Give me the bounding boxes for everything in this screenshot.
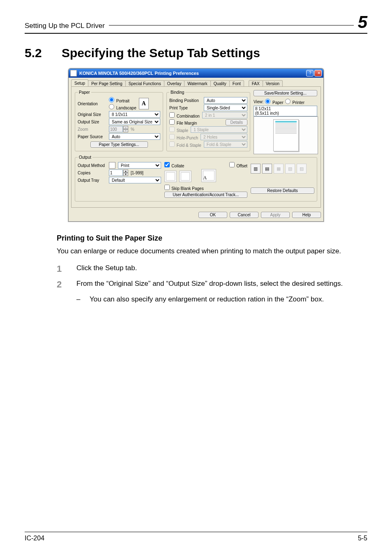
file-margin-checkbox[interactable] (169, 119, 175, 125)
tab-font[interactable]: Font (229, 80, 244, 87)
tab-version[interactable]: Version (263, 80, 283, 87)
dialog-titlebar[interactable]: KONICA MINOLTA 500/420/360PCL Printing P… (69, 69, 323, 78)
paper-type-settings-button[interactable]: Paper Type Settings... (90, 141, 148, 148)
subheading: Printing to Suit the Paper Size (57, 234, 363, 243)
skip-blank-pages-checkbox[interactable] (164, 185, 170, 190)
tab-watermark[interactable]: Watermark (184, 80, 211, 87)
user-authentication-button[interactable]: User Authentication/Account Track... (164, 192, 248, 198)
titlebar-close-button[interactable]: ✕ (314, 70, 322, 76)
feature-icon-3: ▦ (274, 164, 284, 174)
preview-size-a: 8 1/2x11 (255, 107, 316, 111)
step-2-substep-text: You can also specify any enlargement or … (90, 295, 324, 304)
binding-position-select[interactable]: Auto (204, 97, 247, 104)
view-paper-option[interactable]: Paper (265, 99, 283, 105)
output-size-select[interactable]: Same as Original Size (109, 118, 160, 125)
view-paper-radio[interactable] (265, 99, 270, 104)
combination-check[interactable]: Combination (169, 112, 200, 118)
staple-label: Staple (177, 128, 188, 133)
orientation-portrait[interactable]: Portrait (109, 97, 136, 103)
paper-source-label: Paper Source (78, 134, 106, 139)
copies-range: [1-999] (131, 171, 143, 175)
print-type-select[interactable]: Single-Sided (204, 104, 247, 111)
view-paper-text: Paper (272, 100, 284, 105)
save-restore-setting-button[interactable]: Save/Restore Setting... (254, 90, 317, 96)
collate-check[interactable]: Collate (164, 162, 184, 168)
feature-icon-5: ▨ (297, 164, 307, 174)
step-2-number: 2 (57, 279, 66, 290)
view-label: View: (254, 100, 263, 104)
tab-per-page-setting[interactable]: Per Page Setting (88, 80, 126, 87)
file-margin-check[interactable]: File Margin (169, 119, 197, 125)
header-bottom-rule (25, 33, 367, 34)
feature-icon-shelf: ▥ ▤ ▦ ▧ ▨ (251, 164, 314, 174)
offset-icon: A (201, 169, 216, 182)
header-rule (109, 25, 354, 25)
step-2-substep: – You can also specify any enlargement o… (76, 295, 363, 304)
tab-overlay[interactable]: Overlay (164, 80, 184, 87)
view-printer-radio[interactable] (285, 99, 291, 104)
preview-size-readout: 8 1/2x11 (8.5x11 inch) (254, 106, 317, 116)
preview-size-b: (8.5x11 inch) (255, 111, 316, 116)
staple-select: 1 Staple (191, 126, 247, 133)
restore-defaults-button[interactable]: Restore Defaults (251, 188, 314, 194)
combination-checkbox[interactable] (169, 112, 175, 118)
collate-label: Collate (171, 164, 184, 168)
collate-icon-2 (179, 171, 191, 182)
help-button[interactable]: Help (292, 212, 321, 218)
fold-staple-select: Fold & Staple (204, 141, 247, 148)
copies-input[interactable] (109, 169, 123, 176)
orientation-label: Orientation (78, 102, 106, 106)
copies-spin-down[interactable]: ▼ (123, 173, 128, 176)
footer-left: IC-204 (25, 535, 44, 542)
feature-icon-1: ▥ (251, 164, 261, 174)
ok-button[interactable]: OK (198, 212, 227, 218)
group-paper-legend: Paper (78, 90, 91, 95)
file-margin-label: File Margin (177, 121, 197, 125)
page-footer: IC-204 5-5 (25, 532, 367, 542)
skip-blank-pages-check[interactable]: Skip Blank Pages (164, 185, 204, 191)
combination-label: Combination (177, 114, 200, 118)
original-size-select[interactable]: 8 1/2x11 (109, 111, 160, 118)
collate-checkbox[interactable] (164, 162, 170, 167)
orientation-landscape[interactable]: Landscape (109, 104, 136, 110)
step-2-text: From the “Original Size” and “Output Siz… (76, 279, 343, 290)
tab-panel-setup: Paper Orientation Portrait (71, 86, 321, 208)
tab-setup[interactable]: Setup (71, 79, 88, 86)
output-tray-select[interactable]: Default (109, 177, 161, 183)
orientation-landscape-radio[interactable] (109, 104, 114, 109)
paper-source-select[interactable]: Auto (109, 133, 160, 140)
orientation-preview-icon: A (139, 98, 149, 109)
tab-fax[interactable]: FAX (249, 80, 263, 87)
output-method-icon (109, 162, 115, 169)
feature-icon-4: ▧ (285, 164, 295, 174)
paper-preview (254, 116, 318, 154)
original-size-label: Original Size (78, 112, 106, 117)
offset-checkbox[interactable] (229, 162, 235, 167)
section-heading: 5.2 Specifying the Setup Tab Settings (25, 46, 367, 60)
apply-button[interactable]: Apply (261, 212, 290, 218)
view-printer-text: Printer (293, 100, 304, 105)
printer-icon (70, 70, 77, 76)
hole-punch-checkbox (169, 134, 175, 139)
tab-quality[interactable]: Quality (210, 80, 230, 87)
collate-offset-icons: A (164, 169, 248, 182)
output-method-select[interactable]: Print (118, 162, 161, 169)
printing-preferences-dialog: KONICA MINOLTA 500/420/360PCL Printing P… (68, 68, 324, 222)
step-1-number: 1 (57, 264, 66, 274)
footer-right: 5-5 (358, 535, 367, 542)
zoom-label: Zoom (78, 127, 106, 132)
dialog-bottom-buttons: OK Cancel Apply Help (69, 210, 323, 221)
titlebar-help-button[interactable]: ? (306, 70, 314, 76)
view-printer-option[interactable]: Printer (285, 99, 304, 105)
offset-check[interactable]: Offset (229, 162, 247, 168)
dialog-title: KONICA MINOLTA 500/420/360PCL Printing P… (79, 71, 199, 76)
binding-position-label: Binding Position (169, 98, 201, 103)
section-title: Specifying the Setup Tab Settings (62, 46, 260, 60)
step-2: 2 From the “Original Size” and “Output S… (57, 279, 363, 290)
tab-special-functions[interactable]: Special Functions (125, 80, 164, 87)
orientation-portrait-radio[interactable] (109, 97, 114, 102)
output-size-label: Output Size (78, 120, 106, 124)
cancel-button[interactable]: Cancel (230, 212, 258, 218)
zoom-input (109, 126, 123, 132)
copies-spin-up[interactable]: ▲ (123, 169, 128, 173)
